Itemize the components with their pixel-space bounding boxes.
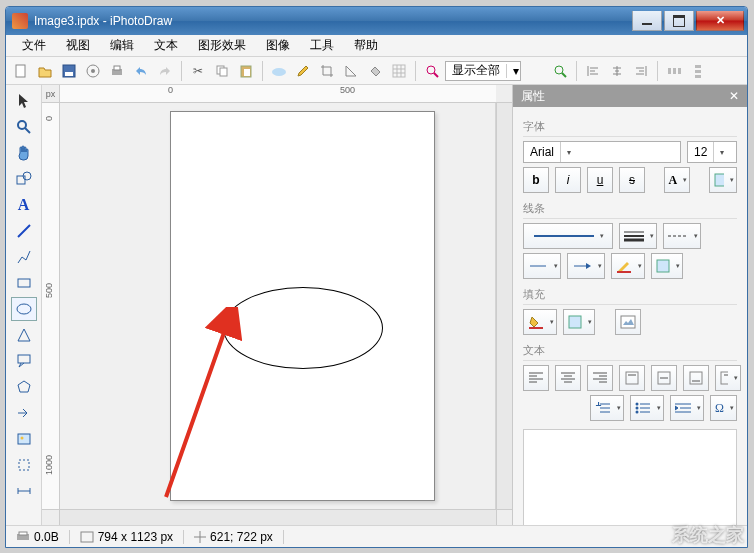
close-panel-icon[interactable]: ✕: [729, 89, 739, 103]
rectangle-tool[interactable]: [11, 271, 37, 295]
svg-point-57: [636, 407, 639, 410]
distribute-v-icon[interactable]: [687, 60, 709, 82]
vertical-scrollbar[interactable]: [496, 103, 512, 509]
svg-rect-0: [16, 65, 25, 77]
list-numbered-combo[interactable]: 1: [590, 395, 624, 421]
indent-combo[interactable]: [670, 395, 704, 421]
zoom-combo[interactable]: 显示全部 ▾: [445, 61, 521, 81]
disc-icon[interactable]: [82, 60, 104, 82]
undo-icon[interactable]: [130, 60, 152, 82]
callout-tool[interactable]: [11, 349, 37, 373]
print-icon[interactable]: [106, 60, 128, 82]
grid-icon[interactable]: [388, 60, 410, 82]
crop-icon[interactable]: [316, 60, 338, 82]
menu-edit[interactable]: 编辑: [100, 35, 144, 56]
crop-region-tool[interactable]: [11, 453, 37, 477]
menu-image[interactable]: 图像: [256, 35, 300, 56]
align-right-icon[interactable]: [630, 60, 652, 82]
align-right-button[interactable]: [587, 365, 613, 391]
line-tool[interactable]: [11, 219, 37, 243]
magnifier-tool[interactable]: [11, 115, 37, 139]
arrow-tool[interactable]: [11, 401, 37, 425]
align-top-button[interactable]: [619, 365, 645, 391]
image-tool[interactable]: [11, 427, 37, 451]
document-page[interactable]: [170, 111, 435, 501]
line-color-combo[interactable]: [611, 253, 645, 279]
bucket-icon[interactable]: [364, 60, 386, 82]
menu-tools[interactable]: 工具: [300, 35, 344, 56]
align-left-button[interactable]: [523, 365, 549, 391]
pencil-icon[interactable]: [292, 60, 314, 82]
hand-tool[interactable]: [11, 141, 37, 165]
symbol-combo[interactable]: Ω: [710, 395, 737, 421]
menu-text[interactable]: 文本: [144, 35, 188, 56]
maximize-button[interactable]: [664, 11, 694, 31]
status-cursor-pos: 621; 722 px: [184, 530, 284, 544]
bold-button[interactable]: b: [523, 167, 549, 193]
strike-button[interactable]: s: [619, 167, 645, 193]
minimize-button[interactable]: [632, 11, 662, 31]
font-name-combo[interactable]: Arial▾: [523, 141, 681, 163]
save-icon[interactable]: [58, 60, 80, 82]
canvas[interactable]: [60, 103, 496, 509]
align-center-icon[interactable]: [606, 60, 628, 82]
align-center-button[interactable]: [555, 365, 581, 391]
text-direction-combo[interactable]: [715, 365, 741, 391]
close-button[interactable]: [696, 11, 744, 31]
align-bottom-button[interactable]: [683, 365, 709, 391]
highlight-color-button[interactable]: [709, 167, 737, 193]
menu-help[interactable]: 帮助: [344, 35, 388, 56]
new-file-icon[interactable]: [10, 60, 32, 82]
ellipse-shape[interactable]: [223, 287, 383, 369]
zoom-icon[interactable]: [421, 60, 443, 82]
open-file-icon[interactable]: [34, 60, 56, 82]
svg-rect-52: [690, 372, 702, 384]
polygon-tool[interactable]: [11, 375, 37, 399]
line-dash-combo[interactable]: [663, 223, 701, 249]
align-middle-button[interactable]: [651, 365, 677, 391]
fill-pattern-combo[interactable]: [563, 309, 595, 335]
arrow-start-combo[interactable]: [523, 253, 561, 279]
list-bullet-combo[interactable]: [630, 395, 664, 421]
line-pattern-combo[interactable]: [651, 253, 683, 279]
distribute-h-icon[interactable]: [663, 60, 685, 82]
cut-icon[interactable]: ✂: [187, 60, 209, 82]
chevron-down-icon[interactable]: ▾: [506, 64, 520, 78]
search-icon[interactable]: [549, 60, 571, 82]
separator: [657, 61, 658, 81]
font-color-button[interactable]: A: [664, 167, 690, 193]
align-left-icon[interactable]: [582, 60, 604, 82]
vertical-ruler[interactable]: 0 500 1000: [42, 103, 60, 509]
window-buttons: [630, 11, 744, 31]
svg-rect-19: [678, 68, 681, 74]
polyline-tool[interactable]: [11, 245, 37, 269]
menu-shape-effects[interactable]: 图形效果: [188, 35, 256, 56]
svg-line-24: [25, 128, 30, 133]
main-area: A px 0 500 0: [6, 85, 747, 525]
copy-icon[interactable]: [211, 60, 233, 82]
angle-icon[interactable]: [340, 60, 362, 82]
status-print-icon[interactable]: 0.0B: [6, 530, 70, 544]
triangle-tool[interactable]: [11, 323, 37, 347]
line-weight-combo[interactable]: [619, 223, 657, 249]
fill-color-combo[interactable]: [523, 309, 557, 335]
redo-icon[interactable]: [154, 60, 176, 82]
dimension-tool[interactable]: [11, 479, 37, 503]
horizontal-ruler[interactable]: 0 500: [60, 85, 496, 103]
ellipse-tool[interactable]: [11, 297, 37, 321]
pointer-tool[interactable]: [11, 89, 37, 113]
underline-button[interactable]: u: [587, 167, 613, 193]
arrow-end-combo[interactable]: [567, 253, 605, 279]
menu-file[interactable]: 文件: [12, 35, 56, 56]
cloud-icon[interactable]: [268, 60, 290, 82]
text-tool[interactable]: A: [11, 193, 37, 217]
fill-image-button[interactable]: [615, 309, 641, 335]
status-bar: 0.0B 794 x 1123 px 621; 722 px: [6, 525, 747, 547]
paste-icon[interactable]: [235, 60, 257, 82]
line-style-combo[interactable]: [523, 223, 613, 249]
italic-button[interactable]: i: [555, 167, 581, 193]
shapes-tool[interactable]: [11, 167, 37, 191]
horizontal-scrollbar[interactable]: [60, 509, 496, 525]
menu-view[interactable]: 视图: [56, 35, 100, 56]
font-size-combo[interactable]: 12▾: [687, 141, 737, 163]
